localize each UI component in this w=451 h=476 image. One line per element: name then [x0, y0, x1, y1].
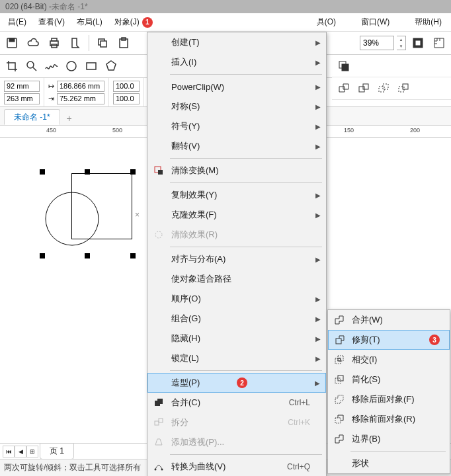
- svg-rect-41: [335, 418, 341, 423]
- copy-icon[interactable]: [93, 34, 112, 52]
- menu-order[interactable]: 顺序(O)▶: [147, 289, 326, 309]
- menu-perspective: 添加透视(P)...: [147, 432, 326, 452]
- menu-group[interactable]: 组合(G)▶: [147, 309, 326, 329]
- width-icon: ↦: [48, 82, 54, 91]
- menu-object[interactable]: 对象(J)1: [109, 14, 158, 30]
- export-icon[interactable]: [66, 34, 85, 52]
- badge-2: 2: [237, 377, 247, 388]
- menu-flip[interactable]: 翻转(V)▶: [147, 136, 326, 156]
- menu-tool[interactable]: 具(O): [311, 14, 341, 30]
- print-icon[interactable]: [45, 34, 63, 52]
- svg-rect-35: [336, 338, 341, 344]
- menu-powerclip[interactable]: PowerClip(W)▶: [147, 77, 326, 97]
- freehand-icon[interactable]: [42, 57, 61, 75]
- svg-rect-26: [158, 170, 163, 175]
- zoom-spinner[interactable]: ▲▼: [397, 36, 406, 50]
- svg-rect-38: [338, 358, 341, 361]
- menu-to-curve[interactable]: 转换为曲线(V)Ctrl+Q: [147, 457, 326, 476]
- selection-handle[interactable]: [40, 169, 45, 175]
- menu-create[interactable]: 创建(T)▶: [147, 32, 326, 52]
- submenu-simplify[interactable]: 简化(S): [328, 370, 450, 389]
- menu-hide[interactable]: 隐藏(H)▶: [147, 329, 326, 348]
- crop-icon[interactable]: [3, 57, 21, 75]
- svg-rect-17: [342, 64, 348, 71]
- cloud-icon[interactable]: [24, 34, 42, 52]
- ellipse-icon[interactable]: [62, 57, 81, 75]
- badge-3: 3: [429, 335, 440, 345]
- menu-clear-effect: 清除效果(R): [147, 225, 326, 245]
- menu-symbol[interactable]: 符号(Y)▶: [147, 116, 326, 136]
- title-doc: 未命名 -1*: [52, 1, 88, 13]
- badge-1: 1: [142, 17, 153, 28]
- page-tab[interactable]: 页 1: [40, 443, 74, 459]
- selection-handle[interactable]: [85, 253, 90, 258]
- weld-tool-icon[interactable]: [335, 79, 353, 98]
- zoom-level[interactable]: ▲▼: [360, 36, 406, 50]
- svg-point-33: [161, 469, 163, 471]
- menu-clone-effect[interactable]: 克隆效果(F)▶: [147, 205, 326, 225]
- page-prev-button[interactable]: ◀: [15, 446, 26, 457]
- menu-clear-trans[interactable]: 清除变换(M): [147, 161, 326, 180]
- svg-rect-1: [9, 38, 15, 42]
- right-tool-panel: [332, 55, 451, 102]
- page-add-button[interactable]: ⊞: [26, 446, 38, 457]
- save-icon[interactable]: [3, 34, 21, 52]
- submenu-shape[interactable]: 形状: [328, 454, 450, 473]
- page-first-button[interactable]: ⏮: [3, 446, 15, 457]
- preview-icon[interactable]: [409, 34, 427, 52]
- rectangle-icon[interactable]: [82, 57, 101, 75]
- polygon-icon[interactable]: [102, 57, 120, 75]
- status-text: 两次可旋转/倾斜；双击工具可选择所有: [4, 462, 141, 473]
- submenu-boundary[interactable]: 边界(B): [328, 429, 450, 449]
- zoom-input[interactable]: [360, 36, 394, 50]
- menu-align[interactable]: 对齐与分布(A)▶: [147, 249, 326, 269]
- svg-rect-30: [155, 421, 159, 425]
- svg-point-24: [46, 192, 99, 245]
- submenu-trim[interactable]: 修剪(T)3: [328, 330, 450, 350]
- arrange-front-icon[interactable]: [335, 57, 353, 75]
- selection-handle[interactable]: [85, 169, 90, 175]
- menu-file[interactable]: 昌(E): [3, 14, 32, 30]
- rulers-icon[interactable]: [430, 34, 448, 52]
- height-icon: ⇥: [48, 95, 54, 103]
- menu-shaping[interactable]: 造型(P)2▶: [147, 373, 326, 393]
- trim-tool-icon[interactable]: [354, 79, 373, 98]
- shaping-submenu: 合并(W) 修剪(T)3 相交(I) 简化(S) 移除后面对象(F) 移除前面对…: [327, 309, 450, 474]
- svg-rect-20: [379, 87, 384, 92]
- paste-icon[interactable]: [114, 34, 133, 52]
- svg-rect-13: [87, 63, 96, 69]
- simplify-tool-icon[interactable]: [394, 79, 413, 98]
- doc-tab[interactable]: 未命名 -1*: [4, 109, 60, 125]
- height-input[interactable]: [57, 93, 104, 104]
- menu-fit-path[interactable]: 使对象适合路径: [147, 269, 326, 289]
- pos-y-input[interactable]: [4, 93, 40, 104]
- menu-layout[interactable]: 布局(L): [71, 14, 108, 30]
- zoom-icon[interactable]: [22, 57, 41, 75]
- svg-rect-10: [415, 40, 421, 46]
- submenu-back-minus[interactable]: 移除前面对象(R): [328, 409, 450, 429]
- submenu-intersect[interactable]: 相交(I): [328, 350, 450, 370]
- scale-y-input[interactable]: [113, 93, 140, 104]
- width-input[interactable]: [57, 81, 104, 92]
- selected-circle[interactable]: [44, 190, 101, 247]
- submenu-front-minus[interactable]: 移除后面对象(F): [328, 389, 450, 409]
- menu-insert[interactable]: 插入(I)▶: [147, 52, 326, 72]
- add-tab-button[interactable]: +: [63, 112, 76, 125]
- menu-symmetry[interactable]: 对称(S)▶: [147, 97, 326, 116]
- menu-copy-effect[interactable]: 复制效果(Y)▶: [147, 185, 326, 205]
- svg-point-27: [155, 231, 162, 238]
- scale-x-input[interactable]: [113, 81, 140, 92]
- pos-x-input[interactable]: [4, 81, 40, 92]
- menu-lock[interactable]: 锁定(L)▶: [147, 348, 326, 368]
- menu-combine[interactable]: 合并(C)Ctrl+L: [147, 393, 326, 413]
- selection-handle[interactable]: [130, 169, 136, 175]
- selection-handle[interactable]: [130, 253, 136, 258]
- intersect-tool-icon[interactable]: [374, 79, 393, 98]
- menu-help[interactable]: 帮助(H): [409, 14, 447, 30]
- menu-window[interactable]: 窗口(W): [356, 14, 395, 30]
- svg-rect-21: [383, 84, 388, 89]
- center-marker: ×: [135, 210, 140, 219]
- menu-view[interactable]: 查看(V): [33, 14, 70, 30]
- selection-handle[interactable]: [40, 253, 45, 258]
- submenu-weld[interactable]: 合并(W): [328, 310, 450, 330]
